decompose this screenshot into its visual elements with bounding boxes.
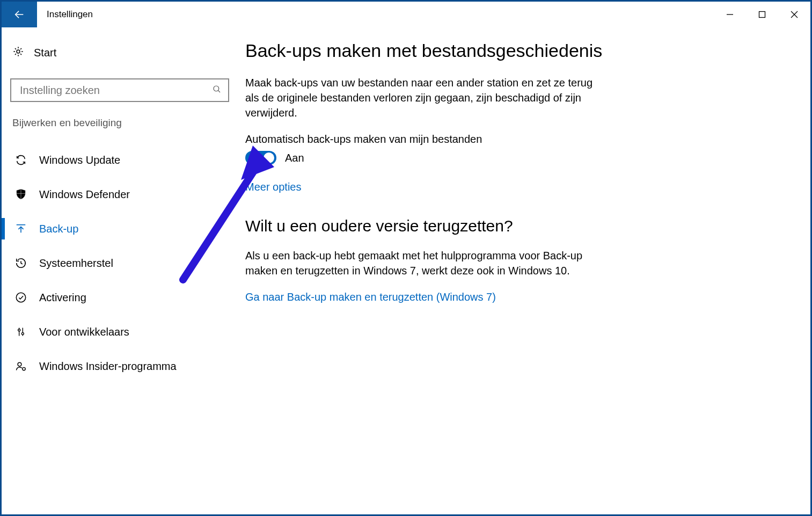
sidebar-item-label: Windows Defender [39, 188, 130, 201]
svg-line-6 [218, 90, 220, 92]
sidebar-nav: Windows Update Windows Defender Back-up [10, 134, 229, 383]
titlebar: Instellingen [2, 2, 810, 27]
search-icon [212, 84, 222, 97]
page-heading: Back-ups maken met bestandsgeschiedenis [245, 40, 603, 61]
sidebar-item-label: Windows Insider-programma [39, 360, 177, 373]
toggle-state-text: Aan [285, 152, 304, 164]
sidebar-item-label: Systeemherstel [39, 257, 113, 270]
svg-point-5 [214, 86, 219, 91]
sidebar-start[interactable]: Start [10, 41, 229, 64]
close-button[interactable] [778, 2, 810, 27]
sidebar-item-backup[interactable]: Back-up [10, 212, 229, 246]
backup-toggle[interactable] [245, 151, 276, 165]
section-heading: Wilt u een oudere versie terugzetten? [245, 217, 603, 235]
page-description: Maak back-ups van uw bestanden naar een … [245, 75, 603, 120]
upload-icon [14, 223, 27, 235]
svg-point-13 [21, 332, 24, 335]
sidebar-item-windows-defender[interactable]: Windows Defender [10, 177, 229, 212]
sidebar-start-label: Start [34, 47, 56, 59]
svg-point-14 [18, 362, 21, 366]
maximize-button[interactable] [746, 2, 778, 27]
person-badge-icon [14, 360, 27, 372]
check-circle-icon [14, 292, 27, 303]
main-pane: Back-ups maken met bestandsgeschiedenis … [238, 28, 624, 514]
more-options-link[interactable]: Meer opties [245, 181, 603, 193]
search-field[interactable] [19, 84, 212, 97]
svg-point-12 [18, 329, 20, 331]
sidebar-item-label: Voor ontwikkelaars [39, 326, 129, 338]
svg-point-4 [17, 50, 20, 53]
history-icon [14, 257, 27, 269]
window-controls [714, 2, 810, 27]
back-button[interactable] [2, 2, 37, 27]
window-title: Instellingen [37, 2, 93, 27]
sidebar-item-insider[interactable]: Windows Insider-programma [10, 349, 229, 383]
sidebar-item-windows-update[interactable]: Windows Update [10, 143, 229, 177]
restore-link[interactable]: Ga naar Back-up maken en terugzetten (Wi… [245, 291, 603, 303]
sidebar-group-label: Bijwerken en beveiliging [10, 114, 229, 134]
gear-icon [12, 46, 24, 60]
svg-rect-1 [759, 12, 765, 18]
sidebar: Start Bijwerken en beveiliging Windows U… [2, 28, 238, 514]
svg-point-9 [16, 293, 25, 302]
active-indicator [2, 218, 5, 239]
sidebar-item-activation[interactable]: Activering [10, 280, 229, 315]
sidebar-item-developers[interactable]: Voor ontwikkelaars [10, 315, 229, 349]
shield-icon [14, 188, 27, 200]
minimize-button[interactable] [714, 2, 746, 27]
sidebar-item-label: Windows Update [39, 154, 120, 166]
sync-icon [14, 154, 27, 166]
search-input[interactable] [10, 78, 229, 102]
sidebar-item-label: Back-up [39, 223, 78, 235]
sidebar-item-label: Activering [39, 292, 86, 304]
sliders-icon [14, 326, 27, 338]
svg-point-15 [23, 367, 25, 370]
section-description: Als u een back-up hebt gemaakt met het h… [245, 248, 603, 278]
toggle-label: Automatisch back-ups maken van mijn best… [245, 133, 603, 146]
sidebar-item-recovery[interactable]: Systeemherstel [10, 246, 229, 280]
